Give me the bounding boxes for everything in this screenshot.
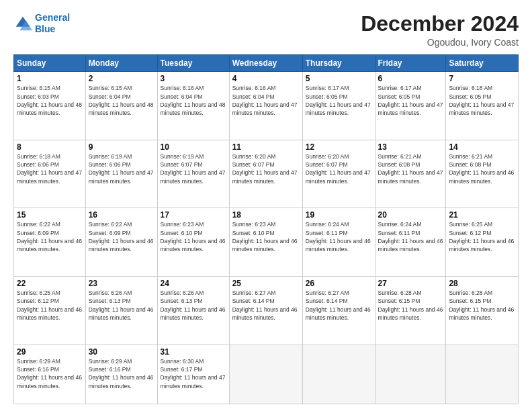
day-info: Sunrise: 6:23 AMSunset: 6:10 PMDaylight:… [232, 220, 300, 253]
table-row: 27Sunrise: 6:28 AMSunset: 6:15 PMDayligh… [375, 277, 446, 345]
day-info: Sunrise: 6:26 AMSunset: 6:13 PMDaylight:… [89, 289, 154, 322]
day-number: 12 [306, 142, 372, 152]
day-info: Sunrise: 6:30 AMSunset: 6:17 PMDaylight:… [161, 357, 226, 390]
page: General Blue December 2024 Ogoudou, Ivor… [0, 0, 532, 411]
table-row: 31Sunrise: 6:30 AMSunset: 6:17 PMDayligh… [157, 345, 229, 404]
day-number: 26 [306, 279, 372, 288]
table-row: 8Sunrise: 6:18 AMSunset: 6:06 PMDaylight… [14, 140, 86, 208]
logo-icon [13, 14, 32, 33]
day-number: 27 [378, 279, 443, 288]
weekday-header-row: Sunday Monday Tuesday Wednesday Thursday… [14, 55, 519, 72]
weekday-friday: Friday [375, 55, 446, 72]
day-info: Sunrise: 6:25 AMSunset: 6:12 PMDaylight:… [449, 220, 515, 253]
table-row: 24Sunrise: 6:26 AMSunset: 6:13 PMDayligh… [157, 277, 229, 345]
day-info: Sunrise: 6:16 AMSunset: 6:04 PMDaylight:… [232, 84, 300, 117]
day-info: Sunrise: 6:20 AMSunset: 6:07 PMDaylight:… [306, 152, 372, 185]
day-number: 9 [89, 142, 154, 152]
table-row: 20Sunrise: 6:24 AMSunset: 6:11 PMDayligh… [375, 208, 446, 277]
day-number: 16 [89, 210, 154, 220]
weekday-tuesday: Tuesday [157, 55, 229, 72]
weekday-saturday: Saturday [446, 55, 519, 72]
day-info: Sunrise: 6:21 AMSunset: 6:08 PMDaylight:… [449, 152, 515, 185]
day-number: 17 [161, 210, 226, 220]
table-row: 18Sunrise: 6:23 AMSunset: 6:10 PMDayligh… [229, 208, 302, 277]
day-number: 15 [17, 210, 83, 220]
table-row: 7Sunrise: 6:18 AMSunset: 6:05 PMDaylight… [446, 72, 519, 140]
table-row [375, 345, 446, 404]
day-info: Sunrise: 6:29 AMSunset: 6:16 PMDaylight:… [89, 357, 154, 390]
table-row: 29Sunrise: 6:29 AMSunset: 6:16 PMDayligh… [14, 345, 86, 404]
day-info: Sunrise: 6:24 AMSunset: 6:11 PMDaylight:… [378, 220, 443, 253]
table-row: 19Sunrise: 6:24 AMSunset: 6:11 PMDayligh… [302, 208, 375, 277]
table-row: 10Sunrise: 6:19 AMSunset: 6:07 PMDayligh… [157, 140, 229, 208]
table-row: 13Sunrise: 6:21 AMSunset: 6:08 PMDayligh… [375, 140, 446, 208]
day-number: 29 [17, 347, 83, 357]
day-number: 14 [449, 142, 515, 152]
day-info: Sunrise: 6:19 AMSunset: 6:07 PMDaylight:… [161, 152, 226, 185]
logo-line1: General [35, 12, 70, 23]
day-number: 3 [161, 74, 226, 83]
day-number: 21 [449, 210, 515, 220]
title-block: December 2024 Ogoudou, Ivory Coast [361, 12, 519, 48]
day-number: 11 [232, 142, 300, 152]
table-row: 3Sunrise: 6:16 AMSunset: 6:04 PMDaylight… [157, 72, 229, 140]
table-row [446, 345, 519, 404]
table-row: 15Sunrise: 6:22 AMSunset: 6:09 PMDayligh… [14, 208, 86, 277]
day-number: 18 [232, 210, 300, 220]
weekday-wednesday: Wednesday [229, 55, 302, 72]
day-number: 22 [17, 279, 83, 288]
day-info: Sunrise: 6:23 AMSunset: 6:10 PMDaylight:… [161, 220, 226, 253]
day-number: 30 [89, 347, 154, 357]
table-row: 12Sunrise: 6:20 AMSunset: 6:07 PMDayligh… [302, 140, 375, 208]
day-info: Sunrise: 6:22 AMSunset: 6:09 PMDaylight:… [89, 220, 154, 253]
table-row: 23Sunrise: 6:26 AMSunset: 6:13 PMDayligh… [85, 277, 157, 345]
day-info: Sunrise: 6:28 AMSunset: 6:15 PMDaylight:… [449, 289, 515, 322]
day-info: Sunrise: 6:15 AMSunset: 6:04 PMDaylight:… [89, 84, 154, 117]
day-number: 10 [161, 142, 226, 152]
day-info: Sunrise: 6:24 AMSunset: 6:11 PMDaylight:… [306, 220, 372, 253]
logo-text: General Blue [35, 12, 70, 35]
day-info: Sunrise: 6:19 AMSunset: 6:06 PMDaylight:… [89, 152, 154, 185]
day-number: 28 [449, 279, 515, 288]
weekday-thursday: Thursday [302, 55, 375, 72]
day-info: Sunrise: 6:20 AMSunset: 6:07 PMDaylight:… [232, 152, 300, 185]
calendar-week-row: 22Sunrise: 6:25 AMSunset: 6:12 PMDayligh… [14, 277, 519, 345]
table-row: 6Sunrise: 6:17 AMSunset: 6:05 PMDaylight… [375, 72, 446, 140]
day-info: Sunrise: 6:29 AMSunset: 6:16 PMDaylight:… [17, 357, 83, 390]
day-number: 5 [306, 74, 372, 83]
table-row: 28Sunrise: 6:28 AMSunset: 6:15 PMDayligh… [446, 277, 519, 345]
header: General Blue December 2024 Ogoudou, Ivor… [13, 12, 519, 48]
day-number: 8 [17, 142, 83, 152]
day-info: Sunrise: 6:27 AMSunset: 6:14 PMDaylight:… [306, 289, 372, 322]
day-info: Sunrise: 6:17 AMSunset: 6:05 PMDaylight:… [378, 84, 443, 117]
day-number: 20 [378, 210, 443, 220]
day-number: 7 [449, 74, 515, 83]
logo: General Blue [13, 12, 70, 35]
day-info: Sunrise: 6:21 AMSunset: 6:08 PMDaylight:… [378, 152, 443, 185]
location-subtitle: Ogoudou, Ivory Coast [361, 37, 519, 48]
table-row: 4Sunrise: 6:16 AMSunset: 6:04 PMDaylight… [229, 72, 302, 140]
day-number: 19 [306, 210, 372, 220]
table-row: 22Sunrise: 6:25 AMSunset: 6:12 PMDayligh… [14, 277, 86, 345]
day-number: 31 [161, 347, 226, 357]
day-number: 6 [378, 74, 443, 83]
day-number: 4 [232, 74, 300, 83]
table-row [229, 345, 302, 404]
day-number: 2 [89, 74, 154, 83]
table-row: 16Sunrise: 6:22 AMSunset: 6:09 PMDayligh… [85, 208, 157, 277]
calendar-week-row: 8Sunrise: 6:18 AMSunset: 6:06 PMDaylight… [14, 140, 519, 208]
day-number: 24 [161, 279, 226, 288]
table-row [302, 345, 375, 404]
table-row: 14Sunrise: 6:21 AMSunset: 6:08 PMDayligh… [446, 140, 519, 208]
calendar-week-row: 29Sunrise: 6:29 AMSunset: 6:16 PMDayligh… [14, 345, 519, 404]
day-number: 23 [89, 279, 154, 288]
day-number: 13 [378, 142, 443, 152]
calendar-table: Sunday Monday Tuesday Wednesday Thursday… [13, 54, 519, 404]
calendar-week-row: 15Sunrise: 6:22 AMSunset: 6:09 PMDayligh… [14, 208, 519, 277]
day-info: Sunrise: 6:17 AMSunset: 6:05 PMDaylight:… [306, 84, 372, 117]
table-row: 11Sunrise: 6:20 AMSunset: 6:07 PMDayligh… [229, 140, 302, 208]
day-info: Sunrise: 6:27 AMSunset: 6:14 PMDaylight:… [232, 289, 300, 322]
table-row: 30Sunrise: 6:29 AMSunset: 6:16 PMDayligh… [85, 345, 157, 404]
table-row: 21Sunrise: 6:25 AMSunset: 6:12 PMDayligh… [446, 208, 519, 277]
table-row: 9Sunrise: 6:19 AMSunset: 6:06 PMDaylight… [85, 140, 157, 208]
